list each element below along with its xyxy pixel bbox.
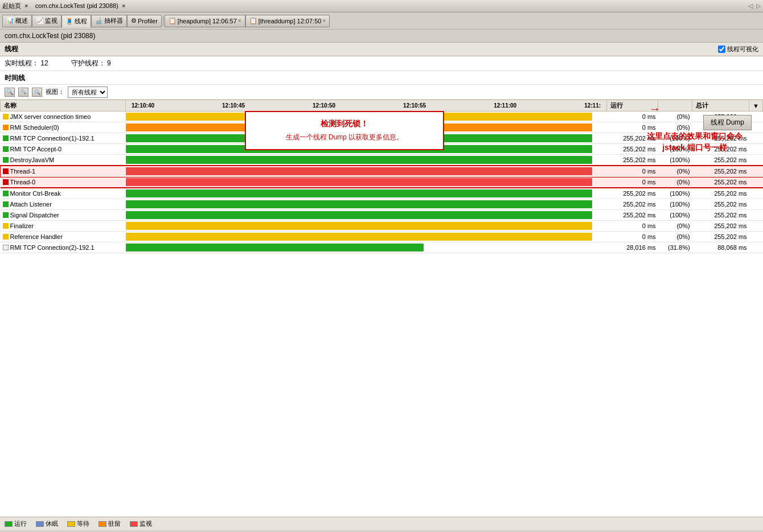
legend-wait: 等待 xyxy=(67,519,89,528)
thread-name-cell: Monitor Ctrl-Break xyxy=(1,188,126,199)
thread-bar xyxy=(126,156,593,164)
time-label-4: 12:11:00 xyxy=(494,102,516,109)
connection-label: com.chx.LockTest (pid 23088) xyxy=(5,32,95,40)
thread-indicator xyxy=(3,168,9,174)
thread-name: Signal Dispatcher xyxy=(10,212,59,218)
thread-spacer-cell xyxy=(749,166,763,177)
view-select[interactable]: 所有线程 xyxy=(68,86,108,98)
thread-indicator xyxy=(3,212,9,218)
thread-name: Reference Handler xyxy=(10,233,63,240)
toolbar-sampler[interactable]: 🔬 抽样器 xyxy=(91,15,127,27)
thread-bar xyxy=(126,178,593,186)
col-header-pct xyxy=(658,100,692,112)
nav-forward: ▷ xyxy=(756,2,761,10)
thread-pct-cell: (0%) xyxy=(658,166,692,177)
thread-timeline-cell xyxy=(126,166,607,177)
thread-table-container[interactable]: 名称 12:10:40 12:10:45 12:10:50 12:10:55 1… xyxy=(0,100,763,521)
thread-name-cell: Finalizer xyxy=(1,221,126,232)
thread-running-cell: 255,202 ms xyxy=(607,210,658,221)
toolbar-profiler[interactable]: ⚙ Profiler xyxy=(127,15,162,27)
thread-timeline-cell xyxy=(126,221,607,232)
toolbar-heapdump[interactable]: 📋 [heapdump] 12:06:57 × xyxy=(165,15,245,27)
legend-park-label: 驻留 xyxy=(108,519,121,528)
toolbar-threaddump[interactable]: 📋 [threaddump] 12:07:50 × xyxy=(245,15,330,27)
zoom-out-button[interactable]: 🔍 xyxy=(18,88,28,97)
thread-spacer-cell xyxy=(749,188,763,199)
thread-timeline-cell xyxy=(126,210,607,221)
sampler-icon: 🔬 xyxy=(95,17,103,24)
thread-total-cell: 255,202 ms xyxy=(692,221,749,232)
legend-sleep-color xyxy=(36,521,44,527)
toolbar-monitor[interactable]: 📈 监视 xyxy=(32,15,61,27)
monitor-label: 监视 xyxy=(45,17,58,25)
thread-name-cell: JMX server connection timeo xyxy=(1,112,126,122)
thread-indicator xyxy=(3,146,9,152)
thread-total-cell: 255,202 ms xyxy=(692,188,749,199)
legend-running-label: 运行 xyxy=(14,519,27,528)
sampler-label: 抽样器 xyxy=(104,17,123,25)
arrow-annotation: → xyxy=(649,102,661,116)
thread-running-cell: 0 ms xyxy=(607,166,658,177)
zoom-reset-button[interactable]: 🔍 xyxy=(32,88,42,97)
table-row[interactable]: Reference Handler 0 ms(0%)255,202 ms xyxy=(1,232,763,242)
thread-bar xyxy=(126,211,593,219)
table-row[interactable]: Attach Listener 255,202 ms(100%)255,202 … xyxy=(1,199,763,210)
thread-name-cell: Signal Dispatcher xyxy=(1,210,126,221)
thread-name: RMI TCP Accept-0 xyxy=(10,146,62,152)
thread-name: Thread-1 xyxy=(10,168,36,175)
table-row[interactable]: Thread-1 0 ms(0%)255,202 ms xyxy=(1,166,763,177)
thread-running-cell: 255,202 ms xyxy=(607,155,658,166)
table-row[interactable]: RMI TCP Connection(2)-192.1 28,016 ms(31… xyxy=(1,242,763,253)
thread-dump-button[interactable]: 线程 Dump xyxy=(703,115,752,130)
thread-visible-label: 线程可视化 xyxy=(727,45,758,53)
col-header-total: 总计 xyxy=(692,100,749,112)
thread-indicator xyxy=(3,125,9,130)
thread-spacer-cell xyxy=(749,177,763,188)
table-row[interactable]: Signal Dispatcher 255,202 ms(100%)255,20… xyxy=(1,210,763,221)
thread-spacer-cell xyxy=(749,210,763,221)
realtime-label: 实时线程： xyxy=(5,59,39,67)
heapdump-close[interactable]: × xyxy=(238,18,241,24)
thread-name-cell: RMI TCP Accept-0 xyxy=(1,144,126,155)
zoom-in-button[interactable]: 🔍 xyxy=(5,88,15,97)
thread-name: Attach Listener xyxy=(10,201,52,208)
panel-header: 线程 线程可视化 xyxy=(0,43,763,56)
thread-name: DestroyJavaVM xyxy=(10,156,55,163)
legend-running: 运行 xyxy=(5,519,27,528)
profiler-label: Profiler xyxy=(138,18,158,24)
thread-visible-checkbox[interactable] xyxy=(718,46,725,53)
profiler-icon: ⚙ xyxy=(131,17,137,24)
thread-pct-cell: (0%) xyxy=(658,177,692,188)
status-bar: 运行 休眠 等待 驻留 监视 xyxy=(0,517,763,530)
thread-indicator xyxy=(3,135,9,141)
thread-total-cell: 255,202 ms xyxy=(692,166,749,177)
table-row[interactable]: Finalizer 0 ms(0%)255,202 ms xyxy=(1,221,763,232)
thread-spacer-cell xyxy=(749,242,763,253)
thread-running-cell: 0 ms xyxy=(607,221,658,232)
deadlock-banner: 检测到死锁！ 生成一个线程 Dump 以获取更多信息。 xyxy=(245,111,444,150)
thread-timeline-cell xyxy=(126,177,607,188)
threaddump-close[interactable]: × xyxy=(322,18,326,24)
thread-timeline-cell xyxy=(126,242,607,253)
thread-bar xyxy=(126,200,593,208)
table-row[interactable]: Monitor Ctrl-Break 255,202 ms(100%)255,2… xyxy=(1,188,763,199)
time-label-0: 12:10:40 xyxy=(132,102,154,109)
table-row[interactable]: DestroyJavaVM 255,202 ms(100%)255,202 ms xyxy=(1,155,763,166)
thread-name: JMX server connection timeo xyxy=(10,113,91,120)
threaddump-label: [threaddump] 12:07:50 xyxy=(259,18,322,24)
threaddump-icon: 📋 xyxy=(249,17,257,24)
thread-bar xyxy=(126,244,424,251)
thread-name-cell: RMI TCP Connection(2)-192.1 xyxy=(1,242,126,253)
thread-indicator xyxy=(3,245,9,250)
thread-bar xyxy=(126,167,593,175)
table-row[interactable]: Thread-0 0 ms(0%)255,202 ms xyxy=(1,177,763,188)
thread-pct-cell: (0%) xyxy=(658,221,692,232)
daemon-value: 9 xyxy=(107,59,111,67)
stats-row: 实时线程： 12 守护线程： 9 xyxy=(0,56,763,71)
thread-total-cell: 255,202 ms xyxy=(692,210,749,221)
toolbar-threads[interactable]: 🧵 线程 xyxy=(61,15,91,27)
toolbar-overview[interactable]: 📊 概述 xyxy=(2,15,32,27)
thread-visible-checkbox-container[interactable]: 线程可视化 xyxy=(718,45,758,53)
thread-name-cell: Attach Listener xyxy=(1,199,126,210)
thread-spacer-cell xyxy=(749,232,763,242)
